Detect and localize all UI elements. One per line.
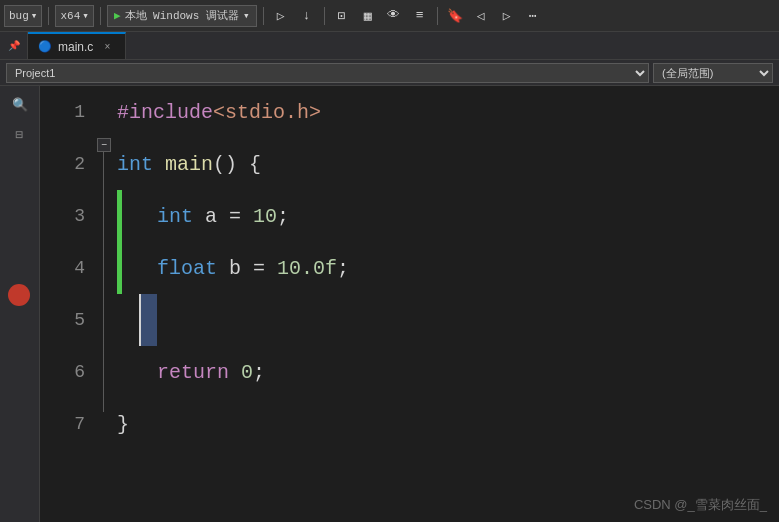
eq-sign: = xyxy=(229,205,253,228)
code-line-5 xyxy=(117,294,779,346)
num-10: 10 xyxy=(253,205,277,228)
var-b: b xyxy=(229,257,253,280)
filter-icon[interactable]: ⊟ xyxy=(5,122,35,148)
local-debugger-button[interactable]: ▶ 本地 Windows 调试器 ▾ xyxy=(107,5,257,27)
bookmark-button[interactable]: 🔖 xyxy=(444,5,466,27)
separator xyxy=(324,7,325,25)
code-line-2: int main() { xyxy=(117,138,779,190)
step-over-button[interactable]: ▷ xyxy=(270,5,292,27)
include-keyword: #include xyxy=(117,101,213,124)
prev-button[interactable]: ◁ xyxy=(470,5,492,27)
local-debugger-label: 本地 Windows 调试器 xyxy=(125,8,239,23)
semi3: ; xyxy=(253,361,265,384)
search-icon[interactable]: 🔍 xyxy=(5,92,35,118)
fold-button[interactable]: − xyxy=(97,138,111,152)
tab-pin-area: 📌 xyxy=(0,32,28,59)
separator xyxy=(263,7,264,25)
line-num-2: 2 xyxy=(40,138,95,190)
close-brace: } xyxy=(117,413,129,436)
toolbar: bug ▾ x64 ▾ ▶ 本地 Windows 调试器 ▾ ▷ ↓ ⊡ ▦ 👁… xyxy=(0,0,779,32)
var-a: a xyxy=(205,205,229,228)
line-num-3: 3 xyxy=(40,190,95,242)
separator xyxy=(48,7,49,25)
play-icon: ▶ xyxy=(114,9,121,22)
code-line-1: #include<stdio.h> xyxy=(117,86,779,138)
watch-button[interactable]: 👁 xyxy=(383,5,405,27)
semi2: ; xyxy=(337,257,349,280)
return-keyword: return xyxy=(157,361,241,384)
main-fn: main xyxy=(165,153,213,176)
main-area: 🔍 ⊟ 1 2 3 4 5 6 7 − xyxy=(0,86,779,522)
eq-sign2: = xyxy=(253,257,277,280)
window-button[interactable]: ▦ xyxy=(357,5,379,27)
num-10f: 10.0f xyxy=(277,257,337,280)
num-0: 0 xyxy=(241,361,253,384)
line-num-4: 4 xyxy=(40,242,95,294)
line-numbers-gutter: 1 2 3 4 5 6 7 xyxy=(40,86,95,522)
tab-bar: 📌 🔵 main.c × xyxy=(0,32,779,60)
separator xyxy=(437,7,438,25)
code-line-7: } xyxy=(117,398,779,450)
semi: ; xyxy=(277,205,289,228)
breakpoint-button[interactable]: ⊡ xyxy=(331,5,353,27)
scope-selector[interactable]: (全局范围) xyxy=(653,63,773,83)
watermark-text: CSDN @_雪菜肉丝面_ xyxy=(634,497,767,512)
include-header: <stdio.h> xyxy=(213,101,321,124)
more-button[interactable]: ⋯ xyxy=(522,5,544,27)
punc-open: () { xyxy=(213,153,261,176)
float-keyword: float xyxy=(157,257,229,280)
int-keyword-2: int xyxy=(157,205,205,228)
fold-area: − xyxy=(95,86,117,522)
chevron-down-icon: ▾ xyxy=(243,9,250,22)
code-line-6: return 0; xyxy=(117,346,779,398)
separator xyxy=(100,7,101,25)
code-editor[interactable]: #include<stdio.h> int main() { int a = 1… xyxy=(117,86,779,522)
tab-main-c[interactable]: 🔵 main.c × xyxy=(28,32,126,59)
left-sidebar: 🔍 ⊟ xyxy=(0,86,40,522)
arch-dropdown[interactable]: x64 ▾ xyxy=(55,5,93,27)
project-selector[interactable]: Project1 xyxy=(6,63,649,83)
pin-icon: 📌 xyxy=(8,40,20,52)
fold-line xyxy=(103,152,104,412)
line-num-7: 7 xyxy=(40,398,95,450)
code-line-3: int a = 10; xyxy=(117,190,779,242)
debug-dropdown[interactable]: bug ▾ xyxy=(4,5,42,27)
mem-button[interactable]: ≡ xyxy=(409,5,431,27)
editor-area[interactable]: 1 2 3 4 5 6 7 − #include<stdio.h> xyxy=(40,86,779,522)
line-num-6: 6 xyxy=(40,346,95,398)
chevron-down-icon: ▾ xyxy=(82,9,89,22)
line-num-1: 1 xyxy=(40,86,95,138)
file-type-icon: 🔵 xyxy=(38,40,52,53)
chevron-down-icon: ▾ xyxy=(31,9,38,22)
tab-label: main.c xyxy=(58,40,93,54)
tab-close-icon[interactable]: × xyxy=(99,39,115,55)
arch-label: x64 xyxy=(60,10,80,22)
step-into-button[interactable]: ↓ xyxy=(296,5,318,27)
code-line-4: float b = 10.0f; xyxy=(117,242,779,294)
watermark: CSDN @_雪菜肉丝面_ xyxy=(634,496,767,514)
filepath-bar: Project1 (全局范围) xyxy=(0,60,779,86)
int-keyword: int xyxy=(117,153,165,176)
next-button[interactable]: ▷ xyxy=(496,5,518,27)
debug-label: bug xyxy=(9,10,29,22)
breakpoint-indicator[interactable] xyxy=(8,284,30,306)
line-num-5: 5 xyxy=(40,294,95,346)
